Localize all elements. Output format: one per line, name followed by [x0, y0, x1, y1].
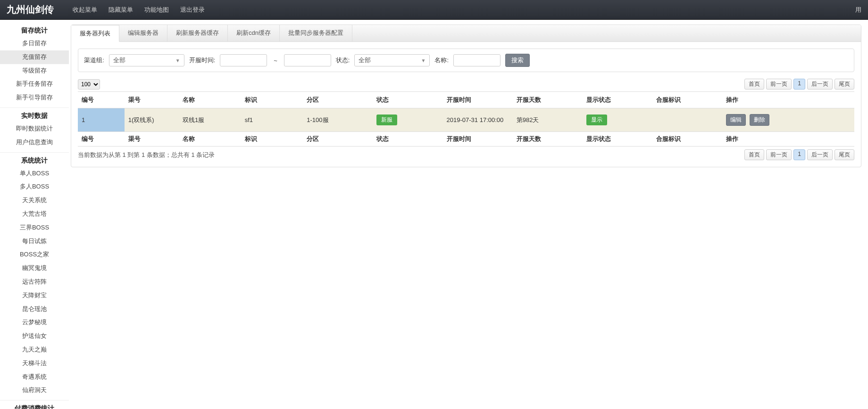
- col-flag: 标识: [241, 92, 303, 108]
- sidebar-item[interactable]: 即时数据统计: [0, 122, 69, 136]
- cell-id: 1: [78, 108, 125, 132]
- sidebar-item[interactable]: BOSS之家: [0, 248, 69, 262]
- channel-select[interactable]: 全部 ▼: [109, 54, 184, 66]
- tab-server-list[interactable]: 服务器列表: [71, 25, 119, 42]
- sidebar-item[interactable]: 大荒古塔: [0, 207, 69, 221]
- sidebar-item[interactable]: 新手任务留存: [0, 77, 69, 91]
- col-id: 编号: [78, 92, 125, 108]
- sidebar-item[interactable]: 护送仙女: [0, 329, 69, 343]
- table-top-controls: 100 首页 前一页 1 后一页 尾页: [78, 79, 854, 90]
- pager-next[interactable]: 后一页: [807, 149, 833, 160]
- col-merge: 合服标识: [652, 92, 722, 108]
- tab-refresh-cdn-cache[interactable]: 刷新cdn缓存: [228, 25, 280, 41]
- tab-batch-sync[interactable]: 批量同步服务器配置: [280, 25, 352, 41]
- channel-value: 全部: [113, 56, 125, 65]
- cell-flag: sf1: [241, 108, 303, 132]
- pager-first[interactable]: 首页: [744, 79, 764, 90]
- table-area: 100 首页 前一页 1 后一页 尾页 编号 渠号: [71, 79, 861, 167]
- pager-page-1[interactable]: 1: [793, 79, 805, 90]
- cell-display: 显示: [583, 108, 652, 132]
- sidebar-item[interactable]: 每日试炼: [0, 235, 69, 248]
- opentime-from-input[interactable]: [220, 54, 267, 66]
- nav-collapse-menu[interactable]: 收起菜单: [68, 1, 102, 19]
- sidebar-item[interactable]: 九天之巅: [0, 343, 69, 357]
- sidebar-item[interactable]: 仙府洞天: [0, 384, 69, 397]
- sidebar-item[interactable]: 多人BOSS: [0, 180, 69, 194]
- cell-channel: 1(双线系): [125, 108, 179, 132]
- pagesize-select[interactable]: 100: [78, 79, 100, 90]
- server-table: 编号 渠号 名称 标识 分区 状态 开服时间 开服天数 显示状态 合服标识 操作: [78, 91, 854, 147]
- sidebar-item[interactable]: 充值留存: [0, 50, 69, 64]
- col-name: 名称: [179, 92, 241, 108]
- fcol-channel: 渠号: [125, 132, 179, 147]
- sidebar-item[interactable]: 天梯斗法: [0, 357, 69, 370]
- sidebar-item[interactable]: 多日留存: [0, 37, 69, 50]
- cell-status: 新服: [373, 108, 442, 132]
- status-label: 状态:: [336, 56, 350, 65]
- col-display: 显示状态: [583, 92, 652, 108]
- cell-name: 双线1服: [179, 108, 241, 132]
- nav-logout[interactable]: 退出登录: [175, 1, 209, 19]
- sidebar-item[interactable]: 昆仑瑶池: [0, 303, 69, 316]
- footer-summary: 当前数据为从第 1 到第 1 条数据；总共有 1 条记录: [78, 151, 215, 159]
- sidebar-item[interactable]: 天关系统: [0, 194, 69, 207]
- pager-first[interactable]: 首页: [744, 149, 764, 160]
- display-badge: 显示: [586, 115, 607, 125]
- sidebar-item[interactable]: 等级留存: [0, 64, 69, 78]
- pager-last[interactable]: 尾页: [835, 79, 854, 90]
- status-select[interactable]: 全部 ▼: [354, 54, 430, 66]
- sidebar-item[interactable]: 新手引导留存: [0, 91, 69, 105]
- tab-refresh-server-cache[interactable]: 刷新服务器缓存: [167, 25, 228, 41]
- side-group-system: 系统统计: [0, 152, 69, 167]
- pager-next[interactable]: 后一页: [807, 79, 833, 90]
- status-badge: 新服: [376, 115, 397, 125]
- top-nav: 九州仙剑传 收起菜单 隐藏菜单 功能地图 退出登录 用: [0, 0, 868, 20]
- main: 服务器列表 编辑服务器 刷新服务器缓存 刷新cdn缓存 批量同步服务器配置 渠道…: [69, 20, 868, 409]
- col-zone: 分区: [303, 92, 373, 108]
- nav-hide-menu[interactable]: 隐藏菜单: [104, 1, 138, 19]
- fcol-ops: 操作: [722, 132, 854, 147]
- chevron-down-icon: ▼: [175, 58, 180, 63]
- pager-page-1[interactable]: 1: [793, 149, 805, 160]
- side-group-pay: 付费消费统计: [0, 400, 69, 409]
- col-status: 状态: [373, 92, 442, 108]
- cell-merge: [652, 108, 722, 132]
- chevron-down-icon: ▼: [421, 58, 426, 63]
- table-row: 1 1(双线系) 双线1服 sf1 1-100服 新服 2019-07-31 1…: [78, 108, 854, 132]
- brand: 九州仙剑传: [7, 3, 54, 16]
- tab-edit-server[interactable]: 编辑服务器: [119, 25, 167, 41]
- name-input[interactable]: [453, 54, 501, 66]
- table-footer: 当前数据为从第 1 到第 1 条数据；总共有 1 条记录 首页 前一页 1 后一…: [78, 147, 854, 160]
- side-group-realtime: 实时数据: [0, 107, 69, 122]
- pager-last[interactable]: 尾页: [835, 149, 854, 160]
- col-opentime: 开服时间: [443, 92, 513, 108]
- sidebar-item[interactable]: 幽冥鬼境: [0, 262, 69, 275]
- tilde: ~: [272, 57, 279, 64]
- nav-feature-map[interactable]: 功能地图: [140, 1, 174, 19]
- col-channel: 渠号: [125, 92, 179, 108]
- cell-ops: 编辑 删除: [722, 108, 854, 132]
- table-header-row: 编号 渠号 名称 标识 分区 状态 开服时间 开服天数 显示状态 合服标识 操作: [78, 92, 854, 108]
- sidebar-item[interactable]: 单人BOSS: [0, 167, 69, 180]
- pager-prev[interactable]: 前一页: [766, 79, 792, 90]
- sidebar-item[interactable]: 远古符阵: [0, 275, 69, 289]
- sidebar-item[interactable]: 奇遇系统: [0, 370, 69, 384]
- delete-button[interactable]: 删除: [750, 114, 769, 126]
- cell-zone: 1-100服: [303, 108, 373, 132]
- tabs: 服务器列表 编辑服务器 刷新服务器缓存 刷新cdn缓存 批量同步服务器配置: [71, 25, 861, 42]
- sidebar-item[interactable]: 三界BOSS: [0, 221, 69, 235]
- opentime-to-input[interactable]: [284, 54, 331, 66]
- search-button[interactable]: 搜索: [505, 54, 530, 67]
- sidebar-item[interactable]: 云梦秘境: [0, 316, 69, 329]
- fcol-zone: 分区: [303, 132, 373, 147]
- topnav-right: 用: [855, 6, 861, 14]
- sidebar-item[interactable]: 用户信息查询: [0, 136, 69, 149]
- edit-button[interactable]: 编辑: [726, 114, 746, 126]
- pager-prev[interactable]: 前一页: [766, 149, 792, 160]
- fcol-opentime: 开服时间: [443, 132, 513, 147]
- fcol-display: 显示状态: [583, 132, 652, 147]
- pager-bottom: 首页 前一页 1 后一页 尾页: [744, 149, 854, 160]
- fcol-days: 开服天数: [513, 132, 583, 147]
- fcol-flag: 标识: [241, 132, 303, 147]
- sidebar-item[interactable]: 天降财宝: [0, 289, 69, 303]
